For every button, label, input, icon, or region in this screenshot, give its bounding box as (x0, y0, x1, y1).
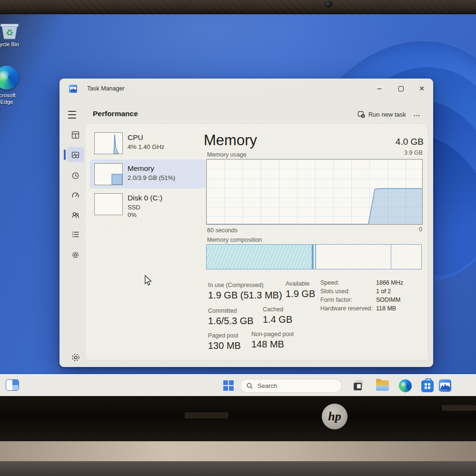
desktop-icon-label: ycle Bin (0, 41, 19, 48)
disk-subtitle: SSD (128, 204, 140, 211)
desktop-icon-recycle-bin[interactable]: ♻ ycle Bin (0, 20, 32, 48)
hinge-notch (442, 405, 476, 411)
search-box[interactable]: Search (240, 379, 342, 393)
memory-composition-bar (206, 244, 422, 269)
run-new-task-button[interactable]: Run new task (355, 109, 409, 120)
taskbar: Search (0, 374, 476, 396)
memory-heading: Memory (204, 132, 257, 149)
more-options-button[interactable]: ... (411, 109, 423, 119)
sidebar-item-performance[interactable] (69, 149, 81, 161)
task-manager-app-icon (69, 85, 77, 93)
timeline-start-label: 60 seconds (207, 227, 238, 234)
widgets-button[interactable] (6, 379, 19, 391)
window-titlebar[interactable]: Task Manager – ✕ (60, 79, 433, 99)
sidebar-item-details[interactable] (69, 228, 81, 240)
desktop-icon-edge[interactable]: icrosoft Edge (0, 66, 30, 106)
stat-available: Available1.9 GB (286, 280, 315, 299)
cpu-mini-chart (94, 132, 123, 154)
mouse-cursor (144, 275, 152, 288)
disk-mini-chart (94, 193, 123, 215)
disk-subtitle2: 0% (128, 211, 137, 218)
stat-cached: Cached1.4 GB (263, 306, 292, 325)
cpu-subtitle: 4% 1.40 GHz (128, 143, 164, 150)
sidebar-item-users[interactable] (69, 208, 81, 221)
window-title: Task Manager (87, 85, 125, 92)
timeline-end-label: 0 (393, 226, 422, 233)
stat-non-paged-pool: Non-paged pool148 MB (251, 331, 294, 350)
svg-text:♻: ♻ (6, 29, 13, 38)
laptop-bezel-bottom: hp (0, 396, 476, 441)
close-button[interactable]: ✕ (414, 82, 430, 95)
nav-selected-accent (64, 149, 66, 160)
detail-hardware-reserved: Hardware reserved:118 MB (320, 305, 396, 312)
laptop-bezel-top (0, 0, 476, 14)
stat-committed: Committed1.6/5.3 GB (208, 307, 254, 327)
services-icon (71, 251, 79, 259)
details-icon (71, 230, 79, 238)
performance-icon (71, 151, 79, 159)
memory-subtitle: 2.0/3.9 GB (51%) (128, 174, 175, 181)
maximize-button[interactable] (393, 82, 409, 95)
edge-button[interactable] (398, 379, 412, 392)
sidebar-item-startup-apps[interactable] (69, 188, 81, 201)
composition-segment-free[interactable] (391, 245, 421, 269)
sidebar-metric-cpu[interactable] (94, 132, 123, 154)
nav-menu-button[interactable] (68, 110, 79, 119)
search-icon (246, 382, 253, 389)
task-view-button[interactable] (352, 379, 366, 392)
memory-usage-chart (206, 159, 423, 225)
windows-logo-icon (223, 380, 234, 391)
microsoft-store-button[interactable] (421, 379, 434, 392)
sidebar-metric-disk[interactable] (94, 193, 123, 215)
sidebar-item-app-history[interactable] (69, 169, 81, 181)
memory-composition-label: Memory composition (207, 237, 262, 243)
memory-usage-label: Memory usage (207, 151, 247, 158)
settings-button[interactable] (71, 353, 82, 364)
sidebar-item-services[interactable] (69, 248, 81, 261)
detail-slots-used: Slots used:1 of 2 (320, 288, 391, 295)
laptop-body (0, 441, 476, 461)
webcam (325, 1, 332, 8)
microsoft-store-icon (421, 380, 434, 392)
startup-apps-icon (71, 191, 79, 199)
task-manager-taskbar-button[interactable] (438, 379, 452, 392)
edge-icon (0, 66, 19, 89)
sidebar-metric-memory[interactable] (94, 163, 123, 185)
composition-segment-modified[interactable] (313, 245, 316, 269)
file-explorer-icon (376, 380, 389, 391)
start-button[interactable] (222, 379, 235, 392)
search-placeholder: Search (258, 382, 277, 389)
stat-paged-pool: Paged pool130 MB (208, 332, 241, 351)
memory-mini-chart (94, 163, 123, 185)
task-manager-icon (439, 379, 451, 392)
disk-title[interactable]: Disk 0 (C:) (128, 194, 162, 202)
composition-segment-in-use[interactable] (207, 245, 313, 269)
edge-icon (399, 379, 412, 392)
settings-gear-icon (71, 353, 80, 362)
cpu-title[interactable]: CPU (128, 133, 143, 142)
task-manager-window: Task Manager – ✕ Performance Run new tas… (60, 79, 433, 367)
app-history-icon (71, 171, 79, 179)
desktop-icon-label: icrosoft Edge (0, 92, 16, 106)
page-title: Performance (93, 109, 138, 118)
hinge-notch (185, 412, 228, 418)
users-icon (71, 211, 79, 219)
processes-icon (71, 131, 79, 139)
scale-max-label: 3.9 GB (327, 149, 423, 156)
laptop-photo: ♻ ycle Bin icrosoft Edge Task Manager – … (0, 0, 476, 476)
memory-usage-area (207, 188, 422, 224)
recycle-bin-icon: ♻ (0, 20, 20, 41)
run-new-task-label: Run new task (368, 111, 406, 118)
hp-logo: hp (322, 404, 347, 429)
detail-speed: Speed:1866 MHz (320, 279, 403, 286)
memory-title[interactable]: Memory (128, 164, 154, 173)
sidebar-item-processes[interactable] (69, 129, 81, 141)
stat-in-use: In use (Compressed)1.9 GB (51.3 MB) (208, 282, 282, 301)
file-explorer-button[interactable] (376, 379, 389, 392)
detail-form-factor: Form factor:SODIMM (320, 297, 400, 303)
composition-segment-standby[interactable] (316, 245, 391, 269)
desk-surface (0, 461, 476, 476)
minimize-button[interactable]: – (371, 82, 387, 95)
memory-total-capacity: 4.0 GB (328, 137, 424, 147)
screen: ♻ ycle Bin icrosoft Edge Task Manager – … (0, 14, 476, 396)
